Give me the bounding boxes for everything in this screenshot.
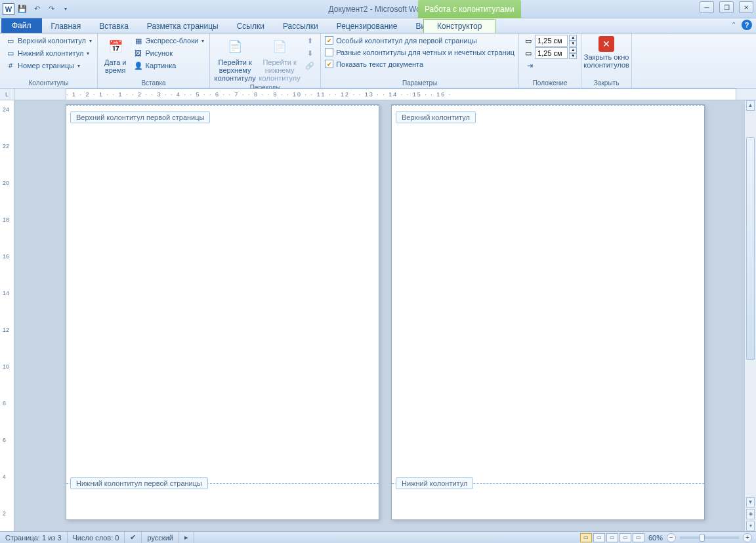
picture-icon: 🖼 bbox=[133, 48, 144, 58]
spin-down-button[interactable]: ▼ bbox=[569, 41, 577, 47]
horizontal-ruler[interactable]: · 1 · 2 · 1 · · 1 · · 2 · · 3 · · 4 · · … bbox=[66, 89, 736, 100]
page-2[interactable]: Верхний колонтитул Нижний колонтитул bbox=[391, 104, 705, 520]
zoom-out-button[interactable]: − bbox=[667, 533, 676, 542]
vertical-scrollbar[interactable]: ▲ ▼ ◈ ▾ bbox=[744, 100, 756, 531]
quick-parts-label: Экспресс-блоки bbox=[146, 37, 199, 45]
status-proofing[interactable]: ✔ bbox=[125, 532, 142, 544]
ruler-scale: · 1 · 2 · 1 · · 1 · · 2 · · 3 · · 4 · · … bbox=[66, 91, 452, 98]
tab-icon: ⇥ bbox=[524, 60, 535, 71]
footer-bottom-icon: ▭ bbox=[523, 48, 534, 58]
close-header-footer-button[interactable]: ✕ Закрыть окно колонтитулов bbox=[585, 35, 627, 70]
next-button[interactable]: ⬇ bbox=[303, 47, 316, 59]
tab-review[interactable]: Рецензирование bbox=[327, 20, 407, 33]
window-title: Документ2 - Microsoft Word bbox=[0, 5, 756, 14]
zoom-slider-knob[interactable] bbox=[700, 534, 705, 542]
different-odd-even-checkbox[interactable]: Разные колонтитулы для четных и нечетных… bbox=[325, 47, 514, 58]
v-ruler-scale: 24222018161412108642 bbox=[3, 100, 9, 523]
link-icon: 🔗 bbox=[304, 60, 315, 71]
scroll-up-button[interactable]: ▲ bbox=[746, 100, 755, 111]
footer-button[interactable]: ▭Нижний колонтитул▾ bbox=[4, 47, 93, 59]
window-controls: ─ ❐ ✕ bbox=[700, 1, 753, 13]
minimize-button[interactable]: ─ bbox=[700, 1, 714, 13]
view-outline-button[interactable]: ▭ bbox=[620, 533, 631, 542]
quick-parts-button[interactable]: ▦Экспресс-блоки▾ bbox=[132, 35, 206, 47]
view-draft-button[interactable]: ▭ bbox=[633, 533, 644, 542]
tab-insert[interactable]: Вставка bbox=[90, 20, 138, 33]
ruler-bar: L · 1 · 2 · 1 · · 1 · · 2 · · 3 · · 4 · … bbox=[0, 89, 756, 100]
link-button[interactable]: 🔗 bbox=[303, 60, 316, 71]
save-button[interactable]: 💾 bbox=[16, 3, 29, 16]
group-insert: 📅 Дата и время ▦Экспресс-блоки▾ 🖼Рисунок… bbox=[98, 33, 210, 88]
header-from-top-spinner[interactable]: ▭▲▼ bbox=[523, 35, 577, 47]
footer-label-page1: Нижний колонтитул первой страницы bbox=[70, 477, 208, 489]
different-first-page-checkbox[interactable]: ✔Особый колонтитул для первой страницы bbox=[325, 35, 514, 46]
header-button[interactable]: ▭Верхний колонтитул▾ bbox=[4, 35, 93, 47]
quick-access-toolbar: W 💾 ↶ ↷ ▾ bbox=[0, 3, 72, 16]
zoom-slider[interactable] bbox=[680, 536, 739, 539]
title-bar: W 💾 ↶ ↷ ▾ Документ2 - Microsoft Word Раб… bbox=[0, 0, 756, 18]
group-navigation: 📄 Перейти к верхнему колонтитулу 📄 Перей… bbox=[210, 33, 321, 88]
header-boundary bbox=[392, 105, 704, 106]
tab-home[interactable]: Главная bbox=[42, 20, 91, 33]
undo-button[interactable]: ↶ bbox=[30, 3, 43, 16]
checkbox-checked-icon: ✔ bbox=[325, 60, 333, 68]
view-full-screen-button[interactable]: ▭ bbox=[593, 533, 605, 542]
tab-selector[interactable]: L bbox=[0, 89, 14, 100]
status-word-count[interactable]: Число слов: 0 bbox=[68, 532, 125, 544]
collapse-ribbon-button[interactable]: ⌃ bbox=[728, 20, 739, 30]
show-document-text-checkbox[interactable]: ✔Показать текст документа bbox=[325, 58, 514, 70]
footer-from-bottom-input[interactable] bbox=[535, 47, 568, 59]
redo-button[interactable]: ↷ bbox=[45, 3, 58, 16]
picture-label: Рисунок bbox=[146, 49, 173, 57]
view-web-button[interactable]: ▭ bbox=[606, 533, 618, 542]
tab-layout[interactable]: Разметка страницы bbox=[138, 20, 228, 33]
tab-mailings[interactable]: Рассылки bbox=[274, 20, 327, 33]
goto-header-button[interactable]: 📄 Перейти к верхнему колонтитулу bbox=[214, 35, 256, 83]
picture-button[interactable]: 🖼Рисунок bbox=[132, 47, 206, 59]
insert-tab-button[interactable]: ⇥ bbox=[523, 60, 577, 71]
page-number-button[interactable]: #Номер страницы▾ bbox=[4, 60, 93, 71]
prev-page-button[interactable]: ◈ bbox=[746, 509, 755, 519]
scroll-thumb[interactable] bbox=[746, 137, 755, 360]
header-from-top-input[interactable] bbox=[535, 35, 568, 47]
status-macro[interactable]: ▸ bbox=[179, 532, 194, 544]
group-header-footer-label: Колонтитулы bbox=[4, 79, 93, 88]
spin-up-button[interactable]: ▲ bbox=[569, 47, 577, 53]
zoom-in-button[interactable]: + bbox=[743, 533, 752, 542]
scroll-down-button[interactable]: ▼ bbox=[746, 497, 755, 508]
status-language[interactable]: русский bbox=[142, 532, 178, 544]
goto-footer-button[interactable]: 📄 Перейти к нижнему колонтитулу bbox=[259, 35, 301, 83]
ribbon-tabs: Файл Главная Вставка Разметка страницы С… bbox=[0, 18, 756, 33]
close-button[interactable]: ✕ bbox=[739, 1, 753, 13]
vertical-ruler[interactable]: 24222018161412108642 bbox=[0, 100, 14, 531]
clipart-button[interactable]: 👤Картинка bbox=[132, 60, 206, 71]
help-button[interactable]: ? bbox=[742, 20, 752, 30]
footer-from-bottom-spinner[interactable]: ▭▲▼ bbox=[523, 47, 577, 59]
date-time-button[interactable]: 📅 Дата и время bbox=[102, 35, 129, 75]
header-boundary bbox=[66, 105, 379, 106]
tab-file[interactable]: Файл bbox=[1, 18, 42, 33]
goto-header-icon: 📄 bbox=[224, 36, 245, 57]
page-1[interactable]: Верхний колонтитул первой страницы Нижни… bbox=[66, 104, 379, 520]
view-print-layout-button[interactable]: ▭ bbox=[580, 533, 592, 542]
prev-icon: ⬆ bbox=[304, 35, 315, 46]
restore-button[interactable]: ❐ bbox=[719, 1, 734, 13]
qat-customize-button[interactable]: ▾ bbox=[59, 3, 72, 16]
status-page[interactable]: Страница: 1 из 3 bbox=[0, 532, 68, 544]
previous-button[interactable]: ⬆ bbox=[303, 35, 316, 47]
spin-up-button[interactable]: ▲ bbox=[569, 35, 577, 41]
tab-design[interactable]: Конструктор bbox=[423, 19, 495, 33]
proofing-icon: ✔ bbox=[130, 533, 136, 542]
next-page-button[interactable]: ▾ bbox=[746, 521, 755, 531]
header-label-page2: Верхний колонтитул bbox=[396, 111, 476, 123]
date-time-label: Дата и время bbox=[104, 58, 127, 74]
tab-references[interactable]: Ссылки bbox=[228, 20, 274, 33]
spin-down-button[interactable]: ▼ bbox=[569, 53, 577, 59]
group-options: ✔Особый колонтитул для первой страницы Р… bbox=[321, 33, 519, 88]
header-top-icon: ▭ bbox=[523, 35, 534, 46]
close-label: Закрыть окно колонтитулов bbox=[583, 53, 629, 69]
group-close: ✕ Закрыть окно колонтитулов Закрыть bbox=[581, 33, 632, 88]
next-icon: ⬇ bbox=[304, 48, 315, 58]
header-label: Верхний колонтитул bbox=[18, 37, 86, 45]
zoom-level[interactable]: 60% bbox=[648, 534, 663, 542]
